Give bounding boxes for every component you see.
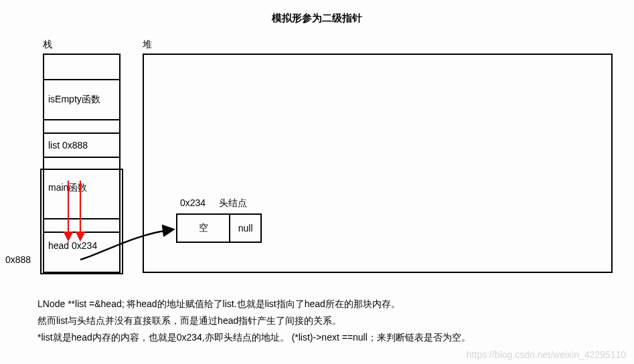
stack-main-frame: main函数 [44, 157, 119, 218]
head-node: 空 null [176, 213, 262, 243]
node-name-label: 头结点 [219, 197, 247, 209]
stack-empty-top [44, 55, 119, 79]
explanation-line-2: 然而list与头结点并没有直接联系，而是通过head指针产生了间接的关系。 [37, 312, 620, 329]
heap-label: 堆 [143, 39, 152, 51]
stack-head-cell: head 0x234 [44, 232, 119, 258]
node-address-label: 0x234 [180, 197, 206, 208]
node-next-field: null [230, 215, 260, 242]
watermark: https://blog.csdn.net/weixin_42295110 [467, 349, 626, 360]
explanation-line-3: *list就是head内存的内容，也就是0x234,亦即头结点的地址。 (*li… [37, 329, 620, 346]
node-data-field: 空 [177, 215, 230, 242]
stack-gap-2 [44, 218, 119, 232]
stack-list-cell: list 0x888 [44, 132, 119, 157]
diagram-title: 模拟形参为二级指针 [0, 12, 634, 25]
stack-label: 栈 [43, 39, 52, 51]
stack-head-address-label: 0x888 [5, 254, 31, 265]
explanation-line-1: LNode **list =&head; 将head的地址赋值给了list.也就… [37, 296, 620, 312]
explanation-text: LNode **list =&head; 将head的地址赋值给了list.也就… [37, 296, 620, 347]
stack-isempty-frame: isEmpty函数 [44, 79, 119, 119]
stack-gap-1 [44, 119, 119, 132]
stack-container: isEmpty函数 list 0x888 main函数 head 0x234 [43, 54, 121, 273]
